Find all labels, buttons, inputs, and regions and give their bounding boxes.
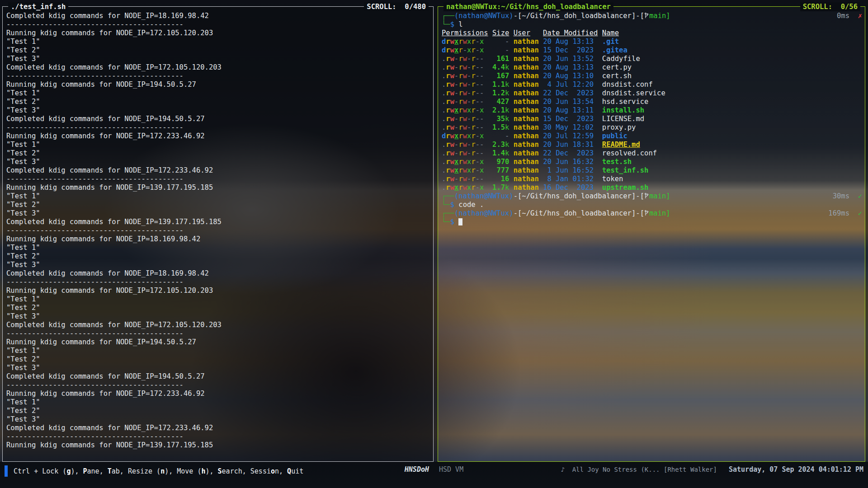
output-line: ----------------------------------------…	[6, 226, 430, 235]
left-terminal-pane[interactable]: ./test_inf.sh SCROLL: 0/480 Completed kd…	[2, 6, 434, 462]
right-pane-scroll-indicator: SCROLL: 0/56	[800, 2, 860, 11]
file-row: .rw-rw-r-- 1.2k nathan 22 Dec 2023 dnsdi…	[442, 89, 862, 98]
file-row: drwxrwxr-x - nathan 20 Aug 13:13 .git	[442, 38, 862, 46]
file-row: .rw-rw-r-- 16 nathan 8 Jan 01:32 token	[442, 175, 862, 183]
music-note-icon: ♪	[561, 466, 564, 473]
output-line: "Test 1"	[6, 347, 430, 355]
file-row: .rw-rw-r-- 1.5k nathan 30 May 12:02 prox…	[442, 123, 862, 132]
output-line: "Test 3"	[6, 106, 430, 115]
tab-name[interactable]: HSD VM	[439, 465, 463, 474]
file-row: .rw-rw-r-- 35k nathan 15 Dec 2023 LICENS…	[442, 115, 862, 123]
hints-text: Ctrl + Lock (g), Pane, Tab, Resize (n), …	[14, 467, 303, 475]
output-line: Running kdig commands for NODE_IP=172.23…	[6, 132, 430, 141]
output-line: Running kdig commands for NODE_IP=194.50…	[6, 80, 430, 89]
output-line: "Test 2"	[6, 46, 430, 55]
git-branch-icon	[644, 13, 649, 19]
status-right-group: ♪ All Joy No Stress (K... [Rhett Walker]…	[463, 465, 863, 474]
output-line: Completed kdig commands for NODE_IP=194.…	[6, 115, 430, 123]
git-branch-icon	[644, 210, 649, 216]
output-line: "Test 3"	[6, 312, 430, 321]
file-row: .rwxrwxr-x 1.7k nathan 16 Dec 2023 upstr…	[442, 183, 862, 192]
output-line: Running kdig commands for NODE_IP=194.50…	[6, 338, 430, 347]
file-row: .rwxrwxr-x 777 nathan 1 Jun 16:52 test_i…	[442, 166, 862, 175]
git-branch-icon	[644, 193, 649, 199]
keybinding-hints: Ctrl + Lock (g), Pane, Tab, Resize (n), …	[5, 465, 405, 477]
output-line: ----------------------------------------…	[6, 329, 430, 338]
output-line: "Test 2"	[6, 149, 430, 158]
output-line: "Test 1"	[6, 141, 430, 149]
file-row: .rw-rw-r-- 1.1k nathan 4 Jul 12:20 dnsdi…	[442, 80, 862, 89]
output-line: Completed kdig commands for NODE_IP=172.…	[6, 424, 430, 432]
output-line: "Test 3"	[6, 261, 430, 269]
output-line: "Test 2"	[6, 98, 430, 106]
shell-session: ┌──(nathan@NWTux)-[~/Git/hns_doh_loadbal…	[442, 12, 862, 460]
output-line: "Test 1"	[6, 38, 430, 46]
right-pane-title: nathan@NWTux:~/Git/hns_doh_loadbalancer	[443, 2, 613, 11]
error-x-icon: ✗	[858, 12, 862, 20]
output-line: Completed kdig commands for NODE_IP=172.…	[6, 321, 430, 329]
output-line: Running kdig commands for NODE_IP=172.10…	[6, 286, 430, 295]
output-line: ----------------------------------------…	[6, 123, 430, 132]
output-line: Running kdig commands for NODE_IP=18.169…	[6, 235, 430, 244]
output-line: "Test 1"	[6, 398, 430, 407]
output-line: "Test 1"	[6, 89, 430, 98]
output-line: ----------------------------------------…	[6, 432, 430, 441]
file-row: drwxrwxr-x - nathan 20 Jul 12:59 public	[442, 132, 862, 141]
left-pane-title: ./test_inf.sh	[8, 2, 68, 11]
output-line: Running kdig commands for NODE_IP=172.10…	[6, 29, 430, 38]
command-line: └─$	[442, 218, 862, 226]
output-line: "Test 3"	[6, 415, 430, 424]
output-line: Completed kdig commands for NODE_IP=172.…	[6, 63, 430, 72]
output-line: "Test 2"	[6, 201, 430, 209]
output-line: Running kdig commands for NODE_IP=172.23…	[6, 389, 430, 398]
output-line: ----------------------------------------…	[6, 20, 430, 29]
output-line: "Test 2"	[6, 355, 430, 364]
command-line: └─$ l	[442, 20, 862, 29]
output-line: "Test 2"	[6, 407, 430, 415]
success-check-icon: ✓	[858, 209, 862, 217]
file-row: .rw-rw-r-- 2.3k nathan 20 Jun 18:31 READ…	[442, 141, 862, 149]
session-name: HNSDoH	[405, 465, 429, 474]
output-line: ----------------------------------------…	[6, 72, 430, 80]
output-line: Completed kdig commands for NODE_IP=18.1…	[6, 12, 430, 20]
output-line: "Test 3"	[6, 158, 430, 166]
output-line: Running kdig commands for NODE_IP=139.17…	[6, 183, 430, 192]
output-line: "Test 3"	[6, 364, 430, 372]
script-output: Completed kdig commands for NODE_IP=18.1…	[6, 12, 430, 460]
top-margin	[0, 0, 868, 6]
shell-prompt: ┌──(nathan@NWTux)-[~/Git/hns_doh_loadbal…	[442, 192, 862, 201]
output-line: "Test 1"	[6, 295, 430, 304]
output-line: "Test 3"	[6, 209, 430, 218]
file-row: .rw-rw-r-- 1.4k nathan 22 Dec 2023 resol…	[442, 149, 862, 158]
output-line: ----------------------------------------…	[6, 278, 430, 286]
output-line: "Test 1"	[6, 244, 430, 252]
output-line: "Test 1"	[6, 192, 430, 201]
right-margin	[865, 6, 868, 462]
output-line: Completed kdig commands for NODE_IP=18.1…	[6, 269, 430, 278]
output-line: ----------------------------------------…	[6, 381, 430, 389]
terminal-workspace: ./test_inf.sh SCROLL: 0/480 Completed kd…	[0, 0, 868, 462]
left-pane-scroll-indicator: SCROLL: 0/480	[364, 2, 429, 11]
output-line: Completed kdig commands for NODE_IP=172.…	[6, 166, 430, 175]
session-tab-group: HNSDoH HSD VM	[405, 465, 463, 474]
song-title: All Joy No Stress (K... [Rhett Walker]	[572, 466, 717, 473]
success-check-icon: ✓	[858, 192, 862, 200]
file-row: .rw-rw-r-- 427 nathan 20 Jun 13:54 hsd.s…	[442, 98, 862, 106]
shell-prompt: ┌──(nathan@NWTux)-[~/Git/hns_doh_loadbal…	[442, 12, 862, 20]
shell-prompt: ┌──(nathan@NWTux)-[~/Git/hns_doh_loadbal…	[442, 209, 862, 218]
datetime: Saturday, 07 Sep 2024 04:01:12 PM	[729, 465, 863, 474]
output-line: "Test 2"	[6, 252, 430, 261]
file-row: .rw-rw-r-- 4.4k nathan 20 Aug 13:13 cert…	[442, 63, 862, 72]
text-cursor	[458, 218, 462, 225]
file-row: drwxr-xr-x - nathan 15 Dec 2023 .gitea	[442, 46, 862, 55]
output-line: "Test 3"	[6, 55, 430, 63]
session-indicator	[5, 465, 8, 477]
now-playing: ♪ All Joy No Stress (K... [Rhett Walker]	[561, 466, 717, 473]
output-line: Running kdig commands for NODE_IP=139.17…	[6, 441, 430, 450]
output-line: Completed kdig commands for NODE_IP=139.…	[6, 218, 430, 226]
right-terminal-pane[interactable]: nathan@NWTux:~/Git/hns_doh_loadbalancer …	[438, 6, 865, 462]
file-row: .rw-rw-r-- 161 nathan 20 Jun 13:52 Caddy…	[442, 55, 862, 63]
file-row: .rwxrwxr-x 970 nathan 20 Jun 16:32 test.…	[442, 158, 862, 166]
file-row: .rw-rw-r-- 167 nathan 20 Aug 13:10 cert.…	[442, 72, 862, 80]
listing-header: Permissions Size User Date Modified Name	[442, 29, 862, 38]
